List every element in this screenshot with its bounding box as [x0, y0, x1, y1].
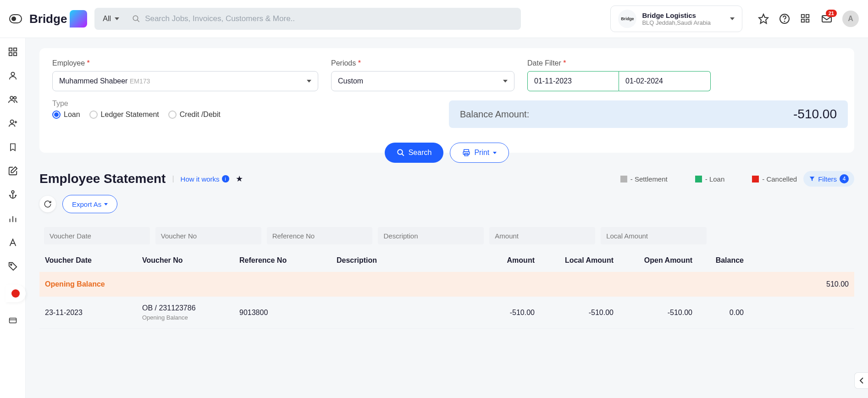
notification-badge: 21 [826, 10, 837, 17]
svg-rect-11 [13, 48, 16, 51]
nav-card-icon[interactable] [7, 315, 18, 326]
legend-swatch-loan [695, 176, 702, 182]
chevron-down-icon [115, 17, 119, 20]
chevron-left-icon [859, 377, 864, 384]
opening-balance-value: 510.00 [803, 280, 849, 288]
col-voucher-date[interactable]: Voucher Date [45, 256, 137, 265]
col-balance[interactable]: Balance [698, 256, 744, 265]
nav-font-icon[interactable] [7, 237, 18, 248]
org-location: BLQ Jeddah,Saudi Arabia [642, 19, 711, 26]
filter-local-amount[interactable] [601, 227, 707, 244]
search-category-label: All [103, 15, 111, 23]
page-title: Employee Statement [39, 171, 166, 186]
svg-point-4 [785, 21, 785, 22]
svg-point-15 [10, 96, 13, 99]
chevron-down-icon [730, 17, 735, 20]
nav-person-icon[interactable] [7, 70, 18, 81]
balance-amount-display: Balance Amount: -510.00 [449, 100, 848, 128]
info-icon: i [222, 175, 229, 182]
employee-label: Employee * [52, 59, 318, 67]
how-it-works-link[interactable]: How it works i [181, 175, 229, 183]
global-search: All [94, 8, 521, 30]
avatar-initial: A [848, 15, 853, 23]
legend-swatch-cancelled [752, 176, 759, 182]
star-icon[interactable]: ★ [236, 174, 243, 184]
col-voucher-no[interactable]: Voucher No [142, 256, 234, 265]
svg-rect-28 [9, 318, 16, 323]
search-input[interactable] [145, 14, 521, 23]
legend: - Settlement - Loan - Cancelled [620, 175, 797, 183]
filter-card: Employee * Muhammed Shabeer EM173 Period… [39, 48, 854, 153]
filter-voucher-date[interactable] [44, 227, 150, 244]
cell-amount: -510.00 [461, 309, 535, 317]
print-icon [462, 149, 470, 157]
nav-bookmark-icon[interactable] [7, 142, 18, 153]
org-switcher[interactable]: Bridge Bridge Logistics BLQ Jeddah,Saudi… [610, 6, 742, 32]
employee-select[interactable]: Muhammed Shabeer EM173 [52, 71, 318, 91]
filter-reference-no[interactable] [267, 227, 373, 244]
favorites-icon[interactable] [758, 13, 769, 24]
table-header: Voucher Date Voucher No Reference No Des… [39, 249, 854, 272]
export-button[interactable]: Export As [62, 195, 117, 213]
filter-icon [809, 176, 815, 182]
svg-rect-6 [806, 15, 809, 17]
nav-clock-icon[interactable] [6, 285, 26, 302]
date-from-input[interactable]: 01-11-2023 [527, 71, 619, 91]
refresh-button[interactable] [39, 196, 56, 212]
svg-line-1 [137, 20, 139, 22]
col-amount[interactable]: Amount [461, 256, 535, 265]
nav-anchor-icon[interactable] [7, 189, 18, 200]
col-local-amount[interactable]: Local Amount [540, 256, 614, 265]
balance-value: -510.00 [793, 107, 837, 122]
cell-local-amount: -510.00 [540, 309, 614, 317]
legend-swatch-settlement [620, 176, 627, 182]
cell-open-amount: -510.00 [619, 309, 692, 317]
balance-label: Balance Amount: [460, 109, 529, 120]
cell-voucher-date: 23-11-2023 [45, 309, 137, 317]
apps-icon[interactable] [800, 13, 811, 24]
svg-point-16 [13, 97, 16, 100]
print-button[interactable]: Print [450, 143, 509, 163]
filters-count: 4 [840, 174, 849, 183]
chevron-down-icon [493, 152, 497, 154]
date-to-input[interactable]: 01-02-2024 [619, 71, 711, 91]
periods-select[interactable]: Custom [331, 71, 514, 91]
user-avatar[interactable]: A [842, 11, 859, 27]
col-open-amount[interactable]: Open Amount [619, 256, 692, 265]
cell-voucher-no: OB / 231123786 Opening Balance [142, 304, 234, 321]
visibility-toggle[interactable] [9, 14, 22, 23]
col-reference-no[interactable]: Reference No [239, 256, 331, 265]
type-radio-credit[interactable]: Credit /Debit [168, 111, 221, 119]
org-logo: Bridge [618, 10, 636, 28]
search-icon [127, 15, 145, 23]
nav-edit-icon[interactable] [7, 166, 18, 177]
date-filter-label: Date Filter * [527, 59, 711, 67]
collapse-panel-button[interactable] [854, 372, 868, 389]
svg-point-27 [10, 264, 11, 265]
periods-label: Periods * [331, 59, 514, 67]
svg-marker-2 [759, 14, 768, 23]
col-description[interactable]: Description [337, 256, 456, 265]
filter-amount[interactable] [489, 227, 595, 244]
filter-voucher-no[interactable] [155, 227, 261, 244]
mail-icon[interactable]: 21 [821, 13, 832, 24]
svg-rect-5 [802, 15, 804, 17]
search-category-dropdown[interactable]: All [94, 15, 127, 23]
side-nav [0, 38, 26, 398]
nav-add-user-icon[interactable] [7, 118, 18, 129]
table-row[interactable]: 23-11-2023 OB / 231123786 Opening Balanc… [39, 297, 854, 329]
filter-description[interactable] [378, 227, 484, 244]
help-icon[interactable] [779, 13, 790, 24]
nav-chart-icon[interactable] [7, 213, 18, 224]
nav-dashboard-icon[interactable] [7, 46, 18, 57]
filters-chip[interactable]: Filters 4 [803, 171, 854, 187]
nav-users-icon[interactable] [7, 94, 18, 105]
opening-balance-label: Opening Balance [45, 280, 797, 288]
org-name: Bridge Logistics [642, 11, 711, 19]
type-radio-loan[interactable]: Loan [52, 111, 80, 119]
svg-rect-8 [806, 19, 809, 22]
nav-tag-icon[interactable] [7, 261, 18, 272]
search-button[interactable]: Search [385, 143, 444, 163]
type-radio-ledger[interactable]: Ledger Statement [89, 111, 159, 119]
svg-rect-10 [9, 48, 11, 51]
